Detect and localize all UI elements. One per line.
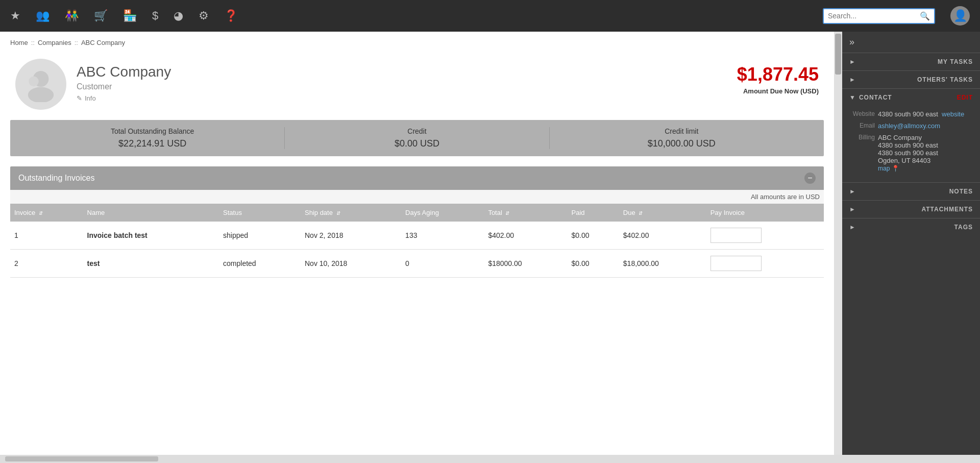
sidebar-section-my-tasks: ► MY TASKS: [842, 53, 980, 70]
sidebar-tags-label: TAGS: [954, 224, 973, 231]
col-total[interactable]: Total ⇵: [484, 204, 567, 222]
breadcrumb-companies[interactable]: Companies: [38, 39, 71, 46]
cell-invoice-status: shipped: [219, 222, 301, 250]
sidebar-arrow-my-tasks: ►: [849, 58, 856, 65]
sidebar-attachments-header[interactable]: ► ATTACHMENTS: [842, 201, 980, 218]
sort-icon-invoice: ⇵: [39, 210, 43, 216]
company-info: ABC Company Customer ✎ Info: [77, 59, 727, 102]
help-icon[interactable]: ❓: [224, 9, 238, 22]
pay-invoice-input[interactable]: [710, 256, 762, 271]
sidebar-my-tasks-header[interactable]: ► MY TASKS: [842, 53, 980, 70]
cart-icon[interactable]: 🛒: [94, 9, 108, 22]
usd-note: All amounts are in USD: [10, 190, 824, 204]
info-label: Info: [85, 94, 96, 102]
billing-line3: 4380 south 900 east: [878, 149, 973, 157]
bottom-scrollbar[interactable]: [0, 455, 980, 463]
contact-email-label: Email: [849, 122, 875, 129]
balance-limit-value: $10,000.00 USD: [550, 138, 814, 149]
sidebar-notes-header[interactable]: ► NOTES: [842, 183, 980, 200]
user-avatar[interactable]: 👤: [950, 6, 970, 26]
breadcrumb-sep2: ::: [75, 39, 78, 46]
top-nav: ★ 👥 👫 🛒 🏪 $ ◕ ⚙ ❓ 🔍 👤: [0, 0, 980, 32]
cell-invoice-num: 1: [10, 222, 83, 250]
company-edit-info-link[interactable]: ✎ Info: [77, 94, 727, 102]
sidebar-arrow-attachments: ►: [849, 206, 856, 213]
contact-billing-label: Billing: [849, 134, 875, 141]
pay-invoice-input[interactable]: [710, 228, 762, 243]
sidebar-section-notes: ► NOTES: [842, 182, 980, 200]
cell-invoice-pay[interactable]: [706, 222, 824, 250]
sidebar-others-tasks-label: OTHERS' TASKS: [917, 76, 973, 83]
breadcrumb: Home :: Companies :: ABC Company: [0, 32, 834, 54]
sidebar-section-contact: ▼ CONTACT EDIT Website 4380 south 900 ea…: [842, 88, 980, 182]
scroll-track[interactable]: [834, 32, 842, 455]
sidebar-section-attachments: ► ATTACHMENTS: [842, 200, 980, 218]
col-days-aging[interactable]: Days Aging: [401, 204, 484, 222]
pencil-icon: ✎: [77, 94, 82, 102]
cell-invoice-pay[interactable]: [706, 250, 824, 278]
sidebar-contact-header[interactable]: ▼ CONTACT EDIT: [842, 89, 980, 106]
search-input[interactable]: [828, 12, 920, 20]
col-invoice[interactable]: Invoice ⇵: [10, 204, 83, 222]
invoices-table: Invoice ⇵ Name Status Ship date ⇵ Days A…: [10, 204, 824, 278]
sidebar-expand-button[interactable]: »: [842, 32, 980, 53]
store-icon[interactable]: 🏪: [123, 9, 137, 22]
balance-total: Total Outstanding Balance $22,214.91 USD: [20, 127, 285, 149]
sidebar-contact-label: CONTACT: [859, 94, 892, 101]
users-icon[interactable]: 👥: [36, 9, 50, 22]
contact-website-label: Website: [849, 110, 875, 117]
billing-line2: 4380 south 900 east: [878, 141, 973, 149]
contact-billing-row: Billing ABC Company 4380 south 900 east …: [849, 134, 973, 172]
invoices-thead: Invoice ⇵ Name Status Ship date ⇵ Days A…: [10, 204, 824, 222]
company-header: ABC Company Customer ✎ Info $1,877.45 Am…: [0, 54, 834, 120]
balance-credit-label: Credit: [285, 127, 549, 135]
contact-website-value: 4380 south 900 east website: [878, 110, 973, 118]
invoices-section: Outstanding Invoices − All amounts are i…: [10, 166, 824, 278]
svg-point-1: [28, 87, 54, 102]
col-paid[interactable]: Paid: [568, 204, 619, 222]
main-layout: Home :: Companies :: ABC Company ABC Com…: [0, 32, 980, 455]
cell-invoice-due: $402.00: [619, 222, 706, 250]
contact-website-row: Website 4380 south 900 east website: [849, 110, 973, 118]
collapse-button[interactable]: −: [804, 173, 816, 184]
cell-invoice-paid: $0.00: [568, 250, 619, 278]
bottom-scroll-thumb[interactable]: [5, 456, 158, 461]
gear-icon[interactable]: ⚙: [199, 9, 209, 22]
cell-invoice-name: test: [83, 250, 219, 278]
website-link[interactable]: website: [942, 110, 964, 118]
right-sidebar: » ► MY TASKS ► OTHERS' TASKS ▼ CONTACT E…: [842, 32, 980, 455]
col-pay-invoice: Pay Invoice: [706, 204, 824, 222]
amount-due-label: Amount Due Now (USD): [737, 87, 819, 95]
sidebar-section-others-tasks: ► OTHERS' TASKS: [842, 70, 980, 88]
cell-invoice-num: 2: [10, 250, 83, 278]
invoices-header: Outstanding Invoices −: [10, 166, 824, 190]
sidebar-arrow-others: ►: [849, 76, 856, 83]
cell-invoice-shipdate: Nov 2, 2018: [301, 222, 401, 250]
contact-email-row: Email ashley@allmoxy.com: [849, 122, 973, 130]
sidebar-arrow-notes: ►: [849, 188, 856, 195]
company-avatar: [15, 59, 66, 110]
sidebar-others-tasks-header[interactable]: ► OTHERS' TASKS: [842, 71, 980, 88]
sidebar-attachments-label: ATTACHMENTS: [921, 206, 973, 213]
cell-invoice-days: 133: [401, 222, 484, 250]
sidebar-tags-header[interactable]: ► TAGS: [842, 218, 980, 236]
dollar-icon[interactable]: $: [152, 9, 158, 22]
sidebar-my-tasks-label: MY TASKS: [938, 58, 973, 65]
amount-due-value: $1,877.45: [737, 64, 819, 85]
col-shipdate[interactable]: Ship date ⇵: [301, 204, 401, 222]
col-status[interactable]: Status: [219, 204, 301, 222]
breadcrumb-home[interactable]: Home: [10, 39, 28, 46]
balance-bar: Total Outstanding Balance $22,214.91 USD…: [10, 120, 824, 156]
table-row: 2 test completed Nov 10, 2018 0 $18000.0…: [10, 250, 824, 278]
scroll-thumb[interactable]: [835, 34, 841, 75]
map-link[interactable]: map: [878, 165, 890, 172]
col-due[interactable]: Due ⇵: [619, 204, 706, 222]
contact-info: Website 4380 south 900 east website Emai…: [842, 106, 980, 182]
groups-icon[interactable]: 👫: [65, 9, 79, 22]
sidebar-edit-link[interactable]: EDIT: [957, 94, 973, 101]
search-box[interactable]: 🔍: [823, 8, 935, 24]
col-name[interactable]: Name: [83, 204, 219, 222]
email-link[interactable]: ashley@allmoxy.com: [878, 122, 940, 130]
chart-icon[interactable]: ◕: [174, 9, 183, 22]
star-icon[interactable]: ★: [10, 9, 20, 22]
